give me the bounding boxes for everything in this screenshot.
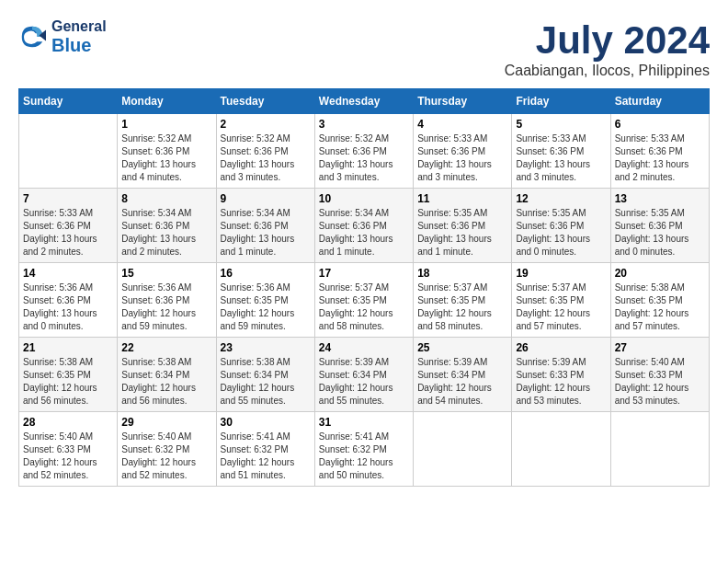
day-info: Sunrise: 5:34 AMSunset: 6:36 PMDaylight:… [319, 207, 409, 259]
day-number: 31 [319, 416, 409, 429]
day-number: 7 [23, 192, 113, 205]
calendar-cell: 9Sunrise: 5:34 AMSunset: 6:36 PMDaylight… [216, 189, 314, 263]
calendar-cell [512, 412, 610, 487]
calendar-cell: 25Sunrise: 5:39 AMSunset: 6:34 PMDayligh… [414, 338, 512, 412]
day-number: 27 [615, 341, 705, 354]
calendar-cell: 8Sunrise: 5:34 AMSunset: 6:36 PMDaylight… [118, 189, 216, 263]
day-info: Sunrise: 5:34 AMSunset: 6:36 PMDaylight:… [221, 207, 311, 259]
day-info: Sunrise: 5:32 AMSunset: 6:36 PMDaylight:… [121, 132, 211, 184]
calendar-cell: 20Sunrise: 5:38 AMSunset: 6:35 PMDayligh… [610, 263, 709, 338]
calendar-cell: 29Sunrise: 5:40 AMSunset: 6:32 PMDayligh… [118, 412, 216, 487]
calendar-header: Sunday Monday Tuesday Wednesday Thursday… [19, 89, 710, 114]
month-title: July 2024 [505, 18, 710, 63]
day-info: Sunrise: 5:35 AMSunset: 6:36 PMDaylight:… [615, 207, 705, 259]
calendar-week-3: 14Sunrise: 5:36 AMSunset: 6:36 PMDayligh… [19, 263, 710, 338]
col-monday: Monday [118, 89, 216, 114]
calendar-cell: 24Sunrise: 5:39 AMSunset: 6:34 PMDayligh… [314, 338, 413, 412]
logo-general-text: General [51, 18, 107, 35]
day-number: 8 [121, 192, 211, 205]
calendar-cell: 10Sunrise: 5:34 AMSunset: 6:36 PMDayligh… [314, 189, 413, 263]
day-info: Sunrise: 5:36 AMSunset: 6:36 PMDaylight:… [121, 282, 211, 333]
page-header: General Blue July 2024 Caabiangan, Iloco… [18, 18, 710, 79]
day-info: Sunrise: 5:36 AMSunset: 6:36 PMDaylight:… [23, 282, 113, 333]
day-info: Sunrise: 5:38 AMSunset: 6:35 PMDaylight:… [23, 356, 113, 408]
calendar-cell: 18Sunrise: 5:37 AMSunset: 6:35 PMDayligh… [414, 263, 512, 338]
calendar-cell: 23Sunrise: 5:38 AMSunset: 6:34 PMDayligh… [216, 338, 314, 412]
calendar-cell: 7Sunrise: 5:33 AMSunset: 6:36 PMDaylight… [19, 189, 118, 263]
calendar-week-5: 28Sunrise: 5:40 AMSunset: 6:33 PMDayligh… [19, 412, 710, 487]
day-number: 6 [615, 118, 705, 131]
day-number: 25 [417, 341, 507, 354]
day-info: Sunrise: 5:37 AMSunset: 6:35 PMDaylight:… [417, 282, 507, 333]
calendar-cell: 1Sunrise: 5:32 AMSunset: 6:36 PMDaylight… [118, 114, 216, 189]
day-info: Sunrise: 5:33 AMSunset: 6:36 PMDaylight:… [417, 132, 507, 184]
day-info: Sunrise: 5:40 AMSunset: 6:32 PMDaylight:… [121, 431, 211, 482]
day-info: Sunrise: 5:36 AMSunset: 6:35 PMDaylight:… [221, 282, 311, 333]
calendar-cell: 3Sunrise: 5:32 AMSunset: 6:36 PMDaylight… [314, 114, 413, 189]
logo-blue-text: Blue [51, 35, 107, 55]
logo-text: General Blue [51, 18, 107, 55]
day-number: 17 [319, 267, 409, 280]
calendar-cell [19, 114, 118, 189]
day-info: Sunrise: 5:35 AMSunset: 6:36 PMDaylight:… [417, 207, 507, 259]
day-info: Sunrise: 5:40 AMSunset: 6:33 PMDaylight:… [23, 431, 113, 482]
day-number: 21 [23, 341, 113, 354]
calendar-cell: 27Sunrise: 5:40 AMSunset: 6:33 PMDayligh… [610, 338, 709, 412]
day-number: 14 [23, 267, 113, 280]
day-info: Sunrise: 5:32 AMSunset: 6:36 PMDaylight:… [319, 132, 409, 184]
day-info: Sunrise: 5:40 AMSunset: 6:33 PMDaylight:… [615, 356, 705, 408]
day-number: 5 [516, 118, 606, 131]
day-number: 30 [221, 416, 311, 429]
location-title: Caabiangan, Ilocos, Philippines [505, 63, 710, 79]
calendar-cell: 31Sunrise: 5:41 AMSunset: 6:32 PMDayligh… [314, 412, 413, 487]
calendar-cell: 22Sunrise: 5:38 AMSunset: 6:34 PMDayligh… [118, 338, 216, 412]
calendar-week-4: 21Sunrise: 5:38 AMSunset: 6:35 PMDayligh… [19, 338, 710, 412]
day-info: Sunrise: 5:38 AMSunset: 6:34 PMDaylight:… [121, 356, 211, 408]
day-number: 15 [121, 267, 211, 280]
calendar-cell: 14Sunrise: 5:36 AMSunset: 6:36 PMDayligh… [19, 263, 118, 338]
header-row: Sunday Monday Tuesday Wednesday Thursday… [19, 89, 710, 114]
day-number: 3 [319, 118, 409, 131]
calendar-cell: 17Sunrise: 5:37 AMSunset: 6:35 PMDayligh… [314, 263, 413, 338]
col-wednesday: Wednesday [314, 89, 413, 114]
day-number: 28 [23, 416, 113, 429]
day-number: 26 [516, 341, 606, 354]
day-info: Sunrise: 5:32 AMSunset: 6:36 PMDaylight:… [221, 132, 311, 184]
calendar-cell: 4Sunrise: 5:33 AMSunset: 6:36 PMDaylight… [414, 114, 512, 189]
day-number: 1 [121, 118, 211, 131]
col-thursday: Thursday [414, 89, 512, 114]
day-info: Sunrise: 5:41 AMSunset: 6:32 PMDaylight:… [221, 431, 311, 482]
day-info: Sunrise: 5:39 AMSunset: 6:34 PMDaylight:… [319, 356, 409, 408]
calendar-cell [414, 412, 512, 487]
day-number: 2 [221, 118, 311, 131]
day-info: Sunrise: 5:37 AMSunset: 6:35 PMDaylight:… [319, 282, 409, 333]
day-info: Sunrise: 5:41 AMSunset: 6:32 PMDaylight:… [319, 431, 409, 482]
calendar-cell: 13Sunrise: 5:35 AMSunset: 6:36 PMDayligh… [610, 189, 709, 263]
col-saturday: Saturday [610, 89, 709, 114]
day-info: Sunrise: 5:39 AMSunset: 6:34 PMDaylight:… [417, 356, 507, 408]
calendar-cell: 2Sunrise: 5:32 AMSunset: 6:36 PMDaylight… [216, 114, 314, 189]
calendar-cell: 21Sunrise: 5:38 AMSunset: 6:35 PMDayligh… [19, 338, 118, 412]
day-number: 22 [121, 341, 211, 354]
calendar-cell [610, 412, 709, 487]
calendar-body: 1Sunrise: 5:32 AMSunset: 6:36 PMDaylight… [19, 114, 710, 487]
day-number: 9 [221, 192, 311, 205]
day-info: Sunrise: 5:33 AMSunset: 6:36 PMDaylight:… [23, 207, 113, 259]
day-info: Sunrise: 5:35 AMSunset: 6:36 PMDaylight:… [516, 207, 606, 259]
day-info: Sunrise: 5:33 AMSunset: 6:36 PMDaylight:… [516, 132, 606, 184]
day-info: Sunrise: 5:38 AMSunset: 6:35 PMDaylight:… [615, 282, 705, 333]
calendar-cell: 26Sunrise: 5:39 AMSunset: 6:33 PMDayligh… [512, 338, 610, 412]
day-info: Sunrise: 5:39 AMSunset: 6:33 PMDaylight:… [516, 356, 606, 408]
day-number: 23 [221, 341, 311, 354]
title-section: July 2024 Caabiangan, Ilocos, Philippine… [505, 18, 710, 79]
day-number: 19 [516, 267, 606, 280]
calendar-cell: 11Sunrise: 5:35 AMSunset: 6:36 PMDayligh… [414, 189, 512, 263]
day-info: Sunrise: 5:38 AMSunset: 6:34 PMDaylight:… [221, 356, 311, 408]
col-sunday: Sunday [19, 89, 118, 114]
calendar-cell: 16Sunrise: 5:36 AMSunset: 6:35 PMDayligh… [216, 263, 314, 338]
logo-icon [18, 23, 46, 51]
calendar-cell: 19Sunrise: 5:37 AMSunset: 6:35 PMDayligh… [512, 263, 610, 338]
day-info: Sunrise: 5:33 AMSunset: 6:36 PMDaylight:… [615, 132, 705, 184]
calendar-cell: 15Sunrise: 5:36 AMSunset: 6:36 PMDayligh… [118, 263, 216, 338]
calendar-table: Sunday Monday Tuesday Wednesday Thursday… [18, 88, 710, 487]
